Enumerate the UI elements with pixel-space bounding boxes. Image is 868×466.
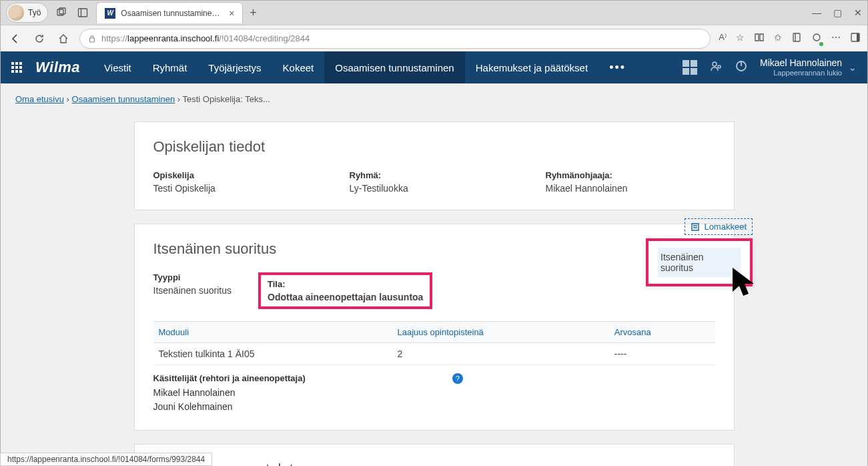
- col-module[interactable]: Moduuli: [153, 322, 392, 343]
- nav-viestit[interactable]: Viestit: [93, 51, 142, 83]
- avatar: [8, 5, 24, 21]
- type-value: Itsenäinen suoritus: [153, 285, 232, 296]
- status-label: Tila:: [268, 279, 423, 289]
- app-launcher-icon[interactable]: [1, 61, 33, 73]
- student-label: Opiskelija: [153, 170, 323, 180]
- user-menu[interactable]: Mikael Hannolainen Lappeenrannan lukio ⌄: [760, 57, 857, 77]
- read-aloud-icon[interactable]: A⁾: [719, 32, 727, 45]
- user-school: Lappeenrannan lukio: [760, 69, 842, 77]
- breadcrumb-current: Testi Opiskelija: Teks...: [183, 94, 270, 104]
- status-value: Odottaa aineenopettajan lausuntoa: [268, 292, 423, 302]
- logo[interactable]: Wilma: [33, 59, 93, 76]
- back-button[interactable]: [7, 31, 23, 47]
- svg-rect-15: [11, 70, 14, 73]
- svg-rect-17: [19, 70, 22, 73]
- breadcrumb-home[interactable]: Oma etusivu: [15, 94, 64, 104]
- lock-icon: [88, 35, 96, 43]
- refresh-button[interactable]: [31, 31, 47, 47]
- tab-actions-icon[interactable]: [53, 5, 69, 21]
- table-row: Tekstien tulkinta 1 ÄI05 2 ----: [153, 343, 715, 365]
- sidebar-toggle-icon[interactable]: [850, 32, 861, 45]
- home-button[interactable]: [55, 31, 71, 47]
- svg-rect-4: [90, 38, 95, 42]
- handler-2: Jouni Kolehmainen: [153, 400, 306, 414]
- student-details-card: Opiskelijan tiedot Opiskelija Testi Opis…: [134, 122, 735, 210]
- power-icon[interactable]: [735, 59, 748, 75]
- col-scope[interactable]: Laajuus opintopisteinä: [392, 322, 608, 343]
- col-grade[interactable]: Arvosana: [609, 322, 715, 343]
- svg-rect-5: [793, 33, 800, 41]
- status-bar: https://lappeenranta.inschool.fi/!014084…: [0, 453, 212, 466]
- main-nav: Viestit Ryhmät Työjärjestys Kokeet Osaam…: [93, 51, 636, 83]
- svg-rect-2: [79, 9, 87, 17]
- independent-card: Itsenäinen suoritus Tyyppi Itsenäinen su…: [134, 224, 735, 431]
- forms-label: Lomakkeet: [704, 222, 747, 232]
- reason-title: Opiskelijan perustelut: [153, 461, 715, 466]
- svg-rect-11: [19, 62, 22, 65]
- tab-title: Osaamisen tunnustaminen Testi O: [121, 9, 224, 18]
- extension-icon[interactable]: [811, 32, 822, 45]
- student-card-title: Opiskelijan tiedot: [153, 138, 715, 156]
- nav-osaamisen-tunnustaminen[interactable]: Osaamisen tunnustaminen: [324, 51, 464, 83]
- favorites-bar-icon[interactable]: ✩: [774, 32, 782, 45]
- svg-rect-13: [15, 66, 18, 69]
- browser-tab[interactable]: W Osaamisen tunnustaminen Testi O ×: [96, 2, 243, 23]
- qr-code-icon[interactable]: [683, 60, 697, 75]
- independent-title: Itsenäinen suoritus: [153, 240, 715, 258]
- svg-point-18: [713, 62, 717, 66]
- svg-rect-12: [11, 66, 14, 69]
- svg-rect-8: [857, 33, 859, 41]
- minimize-button[interactable]: —: [812, 7, 821, 18]
- cell-scope: 2: [392, 343, 608, 365]
- breadcrumb-crediting[interactable]: Osaamisen tunnustaminen: [72, 94, 175, 104]
- close-tab-button[interactable]: ×: [229, 8, 234, 19]
- nav-kokeet[interactable]: Kokeet: [272, 51, 325, 83]
- svg-rect-22: [692, 224, 699, 230]
- type-label: Tyyppi: [153, 272, 232, 282]
- reading-list-icon[interactable]: [754, 32, 765, 45]
- maximize-button[interactable]: ▢: [833, 7, 842, 18]
- address-bar[interactable]: https://lappeenranta.inschool.fi/!014084…: [79, 29, 711, 49]
- svg-point-6: [813, 34, 820, 41]
- help-icon[interactable]: ?: [452, 373, 463, 384]
- support-icon[interactable]: [709, 59, 723, 75]
- chevron-down-icon: ⌄: [849, 62, 857, 73]
- svg-rect-9: [11, 62, 14, 65]
- user-name: Mikael Hannolainen: [760, 57, 842, 69]
- svg-rect-16: [15, 70, 18, 73]
- cell-module: Tekstien tulkinta 1 ÄI05: [153, 343, 392, 365]
- status-highlight: Tila: Odottaa aineenopettajan lausuntoa: [258, 272, 432, 309]
- url-host: lappeenranta.inschool.fi: [127, 33, 219, 43]
- svg-point-19: [718, 65, 721, 68]
- new-tab-button[interactable]: +: [243, 6, 264, 20]
- collections-icon[interactable]: [791, 32, 802, 45]
- forms-dropdown: Itsenäinen suoritus: [646, 238, 753, 286]
- dropdown-item-itsenainen[interactable]: Itsenäinen suoritus: [658, 248, 741, 277]
- breadcrumb: Oma etusivu › Osaamisen tunnustaminen › …: [1, 83, 867, 115]
- form-icon: [691, 222, 700, 232]
- module-table: Moduuli Laajuus opintopisteinä Arvosana …: [153, 321, 715, 365]
- supervisor-label: Ryhmänohjaaja:: [546, 170, 715, 180]
- profile-label: Työ: [28, 8, 41, 17]
- url-path: /!014084/crediting/2844: [219, 33, 310, 43]
- group-value: Ly-Testiluokka: [350, 183, 519, 194]
- nav-ryhmat[interactable]: Ryhmät: [142, 51, 198, 83]
- forms-button[interactable]: Lomakkeet: [685, 218, 753, 235]
- profile-selector[interactable]: Työ: [6, 3, 48, 23]
- nav-more-icon[interactable]: •••: [598, 51, 636, 83]
- svg-rect-14: [19, 66, 22, 69]
- nav-hakemukset[interactable]: Hakemukset ja päätökset: [465, 51, 598, 83]
- favorite-icon[interactable]: ☆: [736, 32, 745, 45]
- close-window-button[interactable]: ✕: [854, 7, 862, 18]
- supervisor-value: Mikael Hannolainen: [546, 183, 715, 194]
- nav-tyojarjestys[interactable]: Työjärjestys: [197, 51, 272, 83]
- reason-card: Opiskelijan perustelut Moduulin suoritta…: [134, 444, 735, 466]
- handlers-label: Käsittelijät (rehtori ja aineenopettaja): [153, 373, 306, 383]
- group-label: Ryhmä:: [350, 170, 519, 180]
- more-menu-icon[interactable]: ⋯: [831, 32, 841, 45]
- url-scheme: https://: [101, 33, 127, 43]
- vertical-tabs-icon[interactable]: [75, 5, 91, 21]
- tab-favicon-icon: W: [105, 8, 115, 19]
- handler-1: Mikael Hannolainen: [153, 386, 306, 400]
- svg-rect-10: [15, 62, 18, 65]
